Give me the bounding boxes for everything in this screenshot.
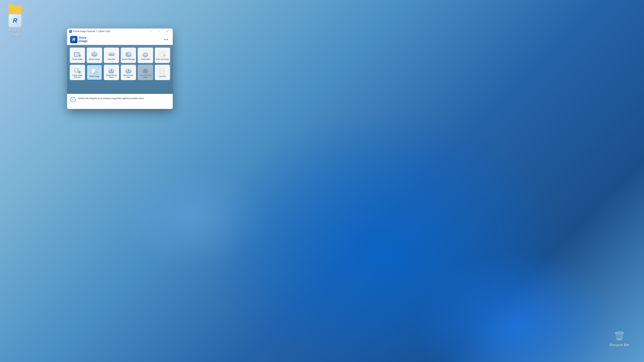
create-startup-disks-button[interactable]: Create Startup Disks: [104, 65, 119, 80]
close-button[interactable]: ✕: [163, 28, 171, 34]
partition-manager-label: Partition Manager: [122, 58, 135, 60]
logo-drive: Drive: [79, 36, 88, 39]
app-header: R Drive Image •••: [67, 34, 173, 45]
create-image-files-button[interactable]: Create image from files: [70, 65, 85, 80]
create-image-files-icon: [73, 67, 82, 74]
logo-image: Image: [79, 39, 88, 43]
grid-row-1: Create Image Restore Image: [70, 48, 170, 63]
partition-manager-icon: [124, 51, 133, 58]
svg-rect-20: [126, 53, 128, 55]
check-image-label: Check Image: [90, 75, 100, 77]
title-bar: R R-Drive Image Corporate 7.2 (Build 720…: [67, 28, 173, 34]
title-bar-icon: R: [69, 30, 72, 33]
copy-disk-icon: [107, 51, 116, 58]
unmount-virtual-disks-label: Unmount Virtual Disks: [139, 74, 152, 78]
window-controls: ─ □ ✕: [147, 28, 171, 34]
info-description: Checks the integrity of an existing imag…: [78, 97, 144, 100]
create-image-icon: [73, 51, 82, 58]
tasks-scripts-button[interactable]: Tasks and Scripts: [155, 48, 170, 63]
title-bar-text: R-Drive Image Corporate 7.2 (Build 7200): [73, 30, 147, 32]
restore-image-button[interactable]: Restore Image: [87, 48, 102, 63]
create-startup-disks-icon: [107, 67, 116, 74]
copy-disk-button[interactable]: Copy Disk: [104, 48, 119, 63]
recycle-bin[interactable]: 🗑️ Recycle Bin: [608, 328, 630, 349]
create-oem-label: Create OEM: [141, 58, 150, 60]
log-files-button[interactable]: Log Files: [155, 65, 170, 80]
create-image-button[interactable]: Create Image: [70, 48, 85, 63]
svg-rect-15: [110, 52, 113, 53]
minimize-button[interactable]: ─: [147, 28, 155, 34]
tasks-scripts-icon: [158, 51, 167, 58]
info-icon: i: [70, 97, 76, 102]
mount-virtual-disk-icon: [124, 67, 133, 74]
mount-virtual-disk-label: Mount Virtual Disk: [122, 74, 135, 78]
main-grid: Create Image Restore Image: [67, 45, 173, 94]
desktop-icon-rdrive-label: R-Drive Image: [9, 28, 22, 37]
logo-r-letter: R: [70, 36, 78, 43]
create-oem-icon: OEM: [141, 51, 150, 58]
unmount-virtual-disks-icon: [141, 67, 150, 74]
grid-row-2: Create image from files Check Image: [70, 65, 170, 80]
create-oem-button[interactable]: OEM Create OEM: [138, 48, 153, 63]
menu-dots-button[interactable]: •••: [162, 37, 170, 42]
app-logo: R Drive Image: [70, 36, 88, 43]
svg-rect-58: [160, 69, 164, 73]
rdrive-icon: R: [8, 14, 22, 27]
tasks-scripts-label: Tasks and Scripts: [156, 58, 169, 60]
partition-manager-button[interactable]: Partition Manager: [121, 48, 136, 63]
logo-text: Drive Image: [79, 36, 88, 43]
svg-rect-35: [75, 69, 78, 71]
desktop-icon-rdrive[interactable]: R R-Drive Image: [2, 12, 28, 38]
check-image-icon: [90, 68, 99, 75]
log-files-icon: [158, 68, 167, 75]
restore-image-label: Restore Image: [89, 58, 100, 60]
create-startup-disks-label: Create Startup Disks: [105, 74, 118, 78]
app-window: R R-Drive Image Corporate 7.2 (Build 720…: [67, 28, 173, 109]
create-image-label: Create Image: [72, 58, 82, 60]
maximize-button[interactable]: □: [155, 28, 163, 34]
create-image-files-label: Create image from files: [71, 74, 84, 78]
recycle-bin-icon: 🗑️: [613, 330, 626, 343]
check-image-button[interactable]: Check Image: [87, 65, 102, 80]
mount-virtual-disk-button[interactable]: Mount Virtual Disk: [121, 65, 136, 80]
unmount-virtual-disks-button[interactable]: Unmount Virtual Disks: [138, 65, 153, 80]
svg-text:OEM: OEM: [144, 53, 147, 54]
copy-disk-label: Copy Disk: [108, 58, 116, 60]
restore-image-icon: [90, 51, 99, 58]
recycle-bin-label: Recycle Bin: [610, 343, 629, 347]
info-bar: i Checks the integrity of an existing im…: [67, 94, 173, 109]
log-files-label: Log Files: [159, 75, 166, 77]
